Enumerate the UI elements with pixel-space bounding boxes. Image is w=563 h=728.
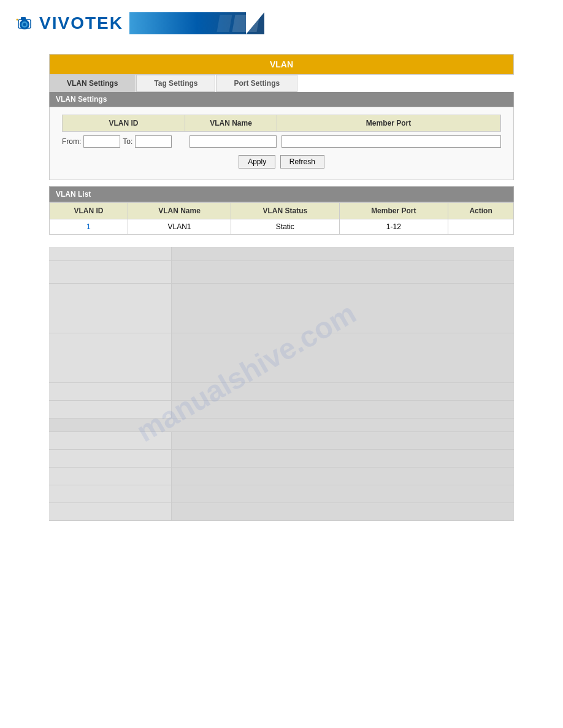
th-action: Action — [448, 203, 514, 219]
from-label: From: — [62, 137, 81, 146]
vlan-settings-section-header: VLAN Settings — [49, 92, 514, 107]
gray-cell-left-4 — [49, 333, 172, 382]
main-content: VLAN VLAN Settings Tag Settings Port Set… — [0, 42, 563, 247]
gray-cell-right-2 — [172, 261, 514, 283]
vlan-name-input[interactable] — [190, 135, 277, 148]
cell-vlan-name: VLAN1 — [128, 219, 231, 235]
settings-buttons-row: Apply Refresh — [62, 151, 501, 172]
th-vlan-name: VLAN Name — [128, 203, 231, 219]
svg-point-2 — [23, 23, 26, 26]
cell-vlan-id: 1 — [50, 219, 128, 235]
gray-cell-right-5 — [172, 383, 514, 400]
gray-cell-right-1 — [172, 247, 514, 260]
svg-point-5 — [17, 19, 18, 21]
gray-row-6 — [49, 401, 514, 419]
member-port-input[interactable] — [282, 135, 501, 148]
gray-cell-left-9 — [49, 468, 172, 485]
gray-row-4 — [49, 333, 514, 383]
member-port-input-container — [277, 135, 501, 148]
cell-member-port: 1-12 — [339, 219, 448, 235]
vlan-list-table: VLAN ID VLAN Name VLAN Status Member Por… — [49, 202, 514, 235]
gray-cell-left-11 — [49, 503, 172, 520]
gray-row-1 — [49, 247, 514, 261]
gray-cell-right-10 — [172, 485, 514, 502]
gray-cell-right-8 — [172, 450, 514, 467]
logo-brand-text: VIVOTEK — [39, 13, 123, 33]
gray-cell-right-9 — [172, 468, 514, 485]
vlan-settings-area: VLAN ID VLAN Name Member Port From: To: — [49, 107, 514, 180]
from-input[interactable] — [83, 135, 120, 148]
gray-cell-left-2 — [49, 261, 172, 283]
settings-input-row: From: To: — [62, 132, 501, 151]
gray-cell-right-6 — [172, 401, 514, 418]
gray-cell-right-3 — [172, 284, 514, 333]
logo-icon — [12, 11, 37, 36]
vlan-list-section-header: VLAN List — [49, 186, 514, 202]
vlan-name-input-container — [185, 135, 277, 148]
col-header-vlan-name: VLAN Name — [185, 115, 277, 131]
settings-col-headers: VLAN ID VLAN Name Member Port — [62, 115, 501, 132]
table-row: 1 VLAN1 Static 1-12 — [50, 219, 514, 235]
gray-row-10 — [49, 485, 514, 503]
page-title: VLAN — [49, 54, 514, 75]
cell-action — [448, 219, 514, 235]
gray-cell-right-7 — [172, 432, 514, 449]
gray-cell-left-10 — [49, 485, 172, 502]
apply-button[interactable]: Apply — [239, 155, 275, 169]
table-header-row: VLAN ID VLAN Name VLAN Status Member Por… — [50, 203, 514, 219]
th-vlan-status: VLAN Status — [231, 203, 339, 219]
gray-cell-left-3 — [49, 284, 172, 333]
vlan-id-link[interactable]: 1 — [86, 222, 91, 231]
gray-cell-left-8 — [49, 450, 172, 467]
gray-row-7 — [49, 432, 514, 450]
gray-row-8 — [49, 450, 514, 468]
logo: VIVOTEK — [12, 11, 264, 36]
vlan-id-inputs: From: To: — [62, 135, 185, 148]
gray-cell-right-4 — [172, 333, 514, 382]
gray-cell-left-7 — [49, 432, 172, 449]
gray-section — [49, 247, 514, 521]
refresh-button[interactable]: Refresh — [280, 155, 324, 169]
gray-row-2 — [49, 261, 514, 284]
tab-tag-settings[interactable]: Tag Settings — [136, 75, 215, 92]
gray-cell-left-1 — [49, 247, 172, 260]
gray-cell-left-6 — [49, 401, 172, 418]
gray-row-3 — [49, 284, 514, 333]
tab-vlan-settings[interactable]: VLAN Settings — [49, 75, 136, 92]
gray-row-11 — [49, 503, 514, 521]
cell-vlan-status: Static — [231, 219, 339, 235]
to-label: To: — [123, 137, 132, 146]
logo-bar — [129, 12, 264, 34]
col-header-member-port: Member Port — [277, 115, 500, 131]
gray-row-5 — [49, 383, 514, 401]
th-vlan-id: VLAN ID — [50, 203, 128, 219]
gray-full-1 — [49, 419, 514, 432]
col-header-vlan-id: VLAN ID — [63, 115, 185, 131]
tabs-container: VLAN Settings Tag Settings Port Settings — [49, 75, 514, 92]
gray-cell-left-5 — [49, 383, 172, 400]
to-input[interactable] — [135, 135, 172, 148]
svg-rect-4 — [21, 17, 26, 20]
header: VIVOTEK — [0, 0, 563, 42]
gray-cell-right-11 — [172, 503, 514, 520]
gray-row-9 — [49, 468, 514, 485]
tab-port-settings[interactable]: Port Settings — [216, 75, 297, 92]
th-member-port: Member Port — [339, 203, 448, 219]
